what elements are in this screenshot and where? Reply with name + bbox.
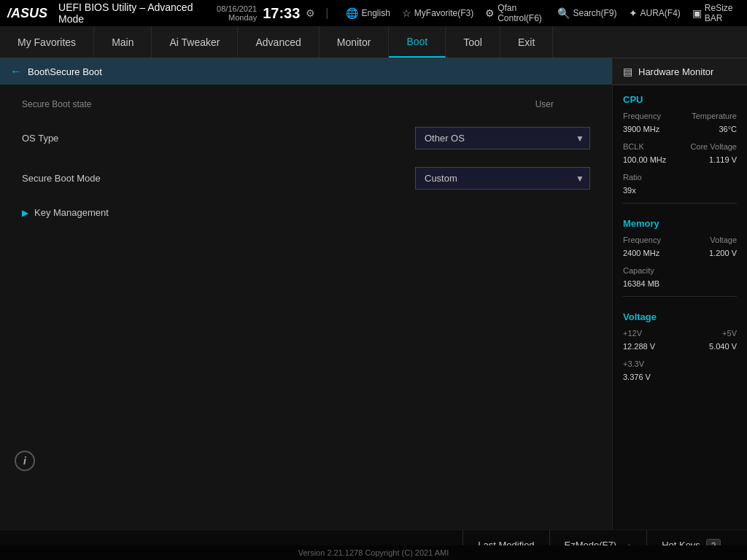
memory-frequency-value-row: 2400 MHz 1.200 V	[613, 246, 747, 260]
content-body: Secure Boot state User OS Type Other OS …	[0, 85, 612, 529]
memory-capacity-value: 16384 MB	[623, 279, 659, 288]
nav-ai-tweaker[interactable]: Ai Tweaker	[152, 26, 238, 58]
voltage-5v-label: +5V	[722, 329, 737, 338]
qfan-shortcut[interactable]: ⚙ Qfan Control(F6)	[485, 3, 546, 23]
favorite-icon: ☆	[402, 7, 411, 19]
header-shortcuts: 🌐 English ☆ MyFavorite(F3) ⚙ Qfan Contro…	[346, 3, 740, 23]
voltage-12v-value-row: 12.288 V 5.040 V	[613, 340, 747, 353]
cpu-frequency-label: Frequency	[623, 112, 661, 120]
hardware-monitor-panel: ▤ Hardware Monitor CPU Frequency Tempera…	[612, 58, 747, 529]
expand-icon: ▶	[22, 208, 28, 218]
navbar: My Favorites Main Ai Tweaker Advanced Mo…	[0, 26, 747, 58]
breadcrumb: ← Boot\Secure Boot	[0, 58, 612, 85]
os-type-label: OS Type	[22, 133, 58, 144]
cpu-bclk-label: BCLK	[623, 142, 644, 151]
hardware-monitor-title: ▤ Hardware Monitor	[613, 58, 747, 85]
secure-boot-mode-row: Secure Boot Mode Custom Standard ▼	[22, 167, 590, 190]
qfan-label: Qfan Control(F6)	[498, 3, 546, 23]
myfavorite-label: MyFavorite(F3)	[414, 8, 473, 18]
resize-icon: ▣	[692, 7, 702, 19]
voltage-33v-label: +3.3V	[623, 359, 644, 368]
voltage-12v-row: +12V +5V	[613, 327, 747, 340]
voltage-12v-label: +12V	[623, 329, 642, 338]
cpu-ratio-value: 39x	[623, 186, 636, 195]
cpu-bclk-value-row: 100.00 MHz 1.119 V	[613, 153, 747, 166]
memory-capacity-value-row: 16384 MB	[613, 277, 747, 290]
version-bar: Version 2.21.1278 Copyright (C) 2021 AMI	[0, 545, 747, 560]
memory-voltage-label: Voltage	[710, 236, 737, 244]
nav-main[interactable]: Main	[94, 26, 152, 58]
cpu-temperature-value: 36°C	[719, 125, 737, 133]
resize-bar-shortcut[interactable]: ▣ ReSize BAR	[692, 3, 740, 23]
cpu-core-voltage-label: Core Voltage	[690, 142, 737, 151]
user-label: User	[535, 99, 554, 109]
cpu-ratio-label: Ratio	[623, 173, 642, 182]
key-management-row[interactable]: ▶ Key Management	[22, 207, 590, 218]
memory-voltage-value: 1.200 V	[709, 249, 737, 257]
asus-logo: /ASUS	[7, 6, 47, 21]
aura-shortcut[interactable]: ✦ AURA(F4)	[629, 7, 681, 19]
language-shortcut[interactable]: 🌐 English	[346, 7, 390, 19]
resize-label: ReSize BAR	[705, 3, 740, 23]
header-time: 17:33	[263, 5, 300, 22]
settings-icon[interactable]: ⚙	[306, 7, 315, 19]
cpu-frequency-row: Frequency Temperature	[613, 109, 747, 122]
nav-advanced[interactable]: Advanced	[238, 26, 319, 58]
separator: |	[325, 7, 328, 20]
memory-divider	[623, 296, 737, 297]
fan-icon: ⚙	[485, 7, 495, 19]
header: /ASUS UEFI BIOS Utility – Advanced Mode …	[0, 0, 747, 26]
search-icon: 🔍	[557, 7, 570, 19]
secure-boot-mode-control: Custom Standard ▼	[415, 167, 590, 190]
hardware-monitor-label: Hardware Monitor	[638, 66, 713, 77]
search-label: Search(F9)	[573, 8, 616, 18]
key-management-label: Key Management	[34, 207, 109, 218]
voltage-12v-value: 12.288 V	[623, 342, 655, 351]
cpu-frequency-value: 3900 MHz	[623, 125, 659, 133]
memory-capacity-label: Capacity	[623, 266, 654, 275]
section-header-row: Secure Boot state User	[22, 99, 590, 112]
myfavorite-shortcut[interactable]: ☆ MyFavorite(F3)	[402, 7, 473, 19]
voltage-33v-row: +3.3V	[613, 357, 747, 370]
language-label: English	[361, 8, 390, 18]
datetime-area: 08/16/2021 Monday 17:33 ⚙	[217, 4, 315, 22]
os-type-control: Other OS Windows UEFI Mode ▼	[415, 127, 590, 149]
voltage-33v-value: 3.376 V	[623, 373, 651, 381]
nav-exit[interactable]: Exit	[500, 26, 553, 58]
secure-boot-state-label: Secure Boot state	[22, 99, 124, 109]
nav-monitor[interactable]: Monitor	[320, 26, 390, 58]
search-shortcut[interactable]: 🔍 Search(F9)	[557, 7, 616, 19]
cpu-core-voltage-value: 1.119 V	[709, 155, 737, 164]
aura-icon: ✦	[629, 7, 638, 19]
os-type-row: OS Type Other OS Windows UEFI Mode ▼	[22, 127, 590, 149]
content-area: ← Boot\Secure Boot Secure Boot state Use…	[0, 58, 612, 529]
secure-boot-mode-label: Secure Boot Mode	[22, 173, 101, 184]
memory-capacity-row: Capacity	[613, 264, 747, 277]
cpu-divider	[623, 203, 737, 203]
nav-boot[interactable]: Boot	[389, 26, 446, 58]
cpu-section-title: CPU	[613, 85, 747, 109]
memory-section-title: Memory	[613, 209, 747, 233]
os-type-select[interactable]: Other OS Windows UEFI Mode	[415, 127, 590, 149]
nav-my-favorites[interactable]: My Favorites	[0, 26, 94, 58]
memory-frequency-label: Frequency	[623, 236, 661, 244]
info-icon[interactable]: i	[15, 451, 35, 471]
cpu-ratio-value-row: 39x	[613, 184, 747, 197]
nav-tool[interactable]: Tool	[446, 26, 500, 58]
header-date: 08/16/2021 Monday	[217, 4, 257, 22]
aura-label: AURA(F4)	[640, 8, 681, 18]
app-title: UEFI BIOS Utility – Advanced Mode	[58, 1, 209, 25]
cpu-temperature-label: Temperature	[692, 112, 737, 120]
secure-boot-mode-select[interactable]: Custom Standard	[415, 167, 590, 190]
cpu-ratio-row: Ratio	[613, 171, 747, 184]
voltage-33v-value-row: 3.376 V	[613, 370, 747, 384]
breadcrumb-back-button[interactable]: ←	[10, 65, 22, 78]
monitor-icon: ▤	[623, 66, 632, 77]
globe-icon: 🌐	[346, 7, 358, 19]
voltage-5v-value: 5.040 V	[709, 342, 737, 351]
memory-frequency-row: Frequency Voltage	[613, 233, 747, 246]
memory-frequency-value: 2400 MHz	[623, 249, 659, 257]
breadcrumb-path: Boot\Secure Boot	[28, 66, 102, 77]
cpu-frequency-value-row: 3900 MHz 36°C	[613, 122, 747, 136]
cpu-bclk-row: BCLK Core Voltage	[613, 140, 747, 153]
